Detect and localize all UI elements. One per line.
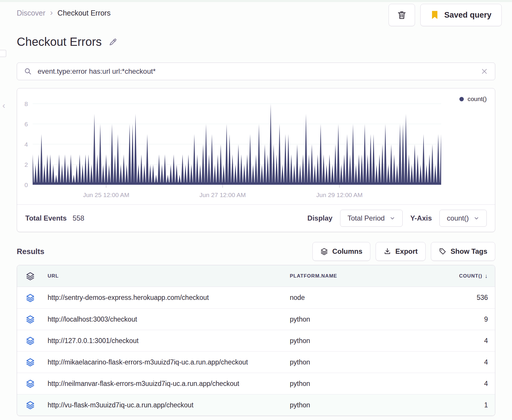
- svg-text:8: 8: [24, 100, 28, 107]
- cell-platform: python: [290, 401, 430, 409]
- total-events-label: Total Events: [25, 214, 67, 222]
- columns-button-label: Columns: [332, 247, 362, 256]
- legend-series-label: count(): [468, 95, 487, 103]
- cell-platform: python: [290, 380, 430, 388]
- chart-controls: Display Total Period Y-Axis count(): [307, 210, 487, 227]
- bookmark-icon: [431, 10, 439, 20]
- svg-text:Jun 27 12:00 AM: Jun 27 12:00 AM: [200, 191, 246, 198]
- stack-icon[interactable]: [26, 358, 35, 367]
- layers-icon: [320, 248, 328, 255]
- cell-count: 4: [430, 358, 488, 366]
- chevron-down-icon: [473, 215, 479, 221]
- columns-button[interactable]: Columns: [312, 242, 370, 261]
- cell-url[interactable]: http://neilmanvar-flask-errors-m3uuizd7i…: [48, 380, 290, 388]
- display-dropdown[interactable]: Total Period: [340, 210, 403, 227]
- delete-query-button[interactable]: [389, 4, 415, 26]
- sidebar-collapse-tab[interactable]: [0, 50, 6, 57]
- cell-count: 1: [430, 401, 488, 409]
- table-row[interactable]: http://127.0.0.1:3001/checkoutpython4: [17, 330, 495, 351]
- export-button-label: Export: [395, 247, 418, 256]
- export-button[interactable]: Export: [376, 242, 426, 261]
- chart-footer: Total Events 558 Display Total Period Y-…: [17, 204, 495, 232]
- column-header-count[interactable]: COUNT() ↓: [430, 273, 488, 279]
- chevron-down-icon: [389, 215, 395, 221]
- cell-platform: python: [290, 337, 430, 345]
- events-area-chart: 02468Jun 25 12:00 AMJun 27 12:00 AMJun 2…: [17, 88, 496, 205]
- cell-count: 536: [430, 294, 488, 302]
- table-row[interactable]: http://neilmanvar-flask-errors-m3uuizd7i…: [17, 373, 495, 394]
- search-icon: [24, 68, 32, 75]
- top-strip: [0, 0, 512, 2]
- svg-text:0: 0: [24, 182, 28, 188]
- stack-icon[interactable]: [26, 401, 35, 409]
- svg-text:Jun 29 12:00 AM: Jun 29 12:00 AM: [316, 191, 363, 198]
- column-header-platform[interactable]: PLATFORM.NAME: [290, 273, 430, 279]
- cell-url[interactable]: http://localhost:3003/checkout: [48, 315, 290, 323]
- header-actions: Saved query: [389, 4, 502, 26]
- breadcrumb-discover-link[interactable]: Discover: [17, 9, 45, 17]
- page-title-row: Checkout Errors: [17, 35, 118, 48]
- table-body: http://sentry-demos-express.herokuapp.co…: [17, 287, 495, 416]
- cell-count: 4: [430, 337, 488, 345]
- breadcrumb: Discover › Checkout Errors: [17, 9, 111, 17]
- table-header-row: URL PLATFORM.NAME COUNT() ↓: [17, 265, 495, 287]
- cell-count: 4: [430, 380, 488, 388]
- svg-text:Jun 25 12:00 AM: Jun 25 12:00 AM: [83, 191, 129, 198]
- tag-icon: [439, 248, 446, 255]
- page-title: Checkout Errors: [17, 35, 102, 48]
- cell-platform: python: [290, 358, 430, 366]
- show-tags-button-label: Show Tags: [451, 247, 487, 256]
- table-row[interactable]: http://localhost:3003/checkoutpython9: [17, 308, 495, 330]
- download-icon: [384, 248, 391, 255]
- stack-icon[interactable]: [26, 336, 35, 345]
- results-heading: Results: [17, 247, 44, 256]
- table-row[interactable]: http://vu-flask-m3uuizd7iq-uc.a.run.app/…: [17, 394, 495, 416]
- stack-icon[interactable]: [26, 379, 35, 388]
- cell-platform: python: [290, 315, 430, 323]
- chart-legend[interactable]: count(): [459, 95, 487, 103]
- yaxis-dropdown-value: count(): [447, 214, 469, 222]
- stack-icon[interactable]: [26, 272, 35, 280]
- saved-query-button[interactable]: Saved query: [420, 4, 502, 26]
- sort-desc-icon: ↓: [485, 273, 488, 279]
- clear-search-icon[interactable]: [481, 68, 488, 75]
- stack-icon[interactable]: [26, 293, 35, 302]
- results-toolbar: Columns Export Show Tags: [312, 242, 495, 261]
- cell-url[interactable]: http://mikaelacarino-flask-errors-m3uuiz…: [48, 358, 290, 366]
- show-tags-button[interactable]: Show Tags: [431, 242, 495, 261]
- edit-title-pencil-icon[interactable]: [108, 37, 118, 47]
- trash-icon: [397, 10, 407, 20]
- svg-text:4: 4: [24, 141, 28, 148]
- results-header-row: Results Columns Export Show Tags: [17, 242, 495, 261]
- cell-platform: node: [290, 294, 430, 302]
- events-chart-panel: count() 02468Jun 25 12:00 AMJun 27 12:00…: [17, 88, 495, 232]
- display-label: Display: [307, 214, 332, 222]
- column-header-url[interactable]: URL: [48, 273, 290, 279]
- legend-dot-icon: [459, 97, 464, 101]
- breadcrumb-current: Checkout Errors: [58, 9, 111, 17]
- cell-url[interactable]: http://sentry-demos-express.herokuapp.co…: [48, 294, 290, 302]
- display-dropdown-value: Total Period: [347, 214, 385, 222]
- chevron-right-icon: ›: [50, 9, 53, 17]
- table-row[interactable]: http://sentry-demos-express.herokuapp.co…: [17, 287, 495, 308]
- cell-count: 9: [430, 315, 488, 323]
- yaxis-label: Y-Axis: [410, 214, 432, 222]
- stack-icon[interactable]: [26, 315, 35, 324]
- table-row[interactable]: http://mikaelacarino-flask-errors-m3uuiz…: [17, 351, 495, 373]
- results-table: URL PLATFORM.NAME COUNT() ↓ http://sentr…: [17, 265, 495, 416]
- total-events-value: 558: [73, 214, 84, 222]
- search-bar: [17, 63, 495, 80]
- svg-text:6: 6: [24, 121, 28, 127]
- svg-text:2: 2: [24, 161, 28, 168]
- cell-url[interactable]: http://vu-flask-m3uuizd7iq-uc.a.run.app/…: [48, 401, 290, 409]
- collapse-grip-icon[interactable]: ‹: [2, 100, 5, 110]
- saved-query-label: Saved query: [444, 11, 491, 20]
- cell-url[interactable]: http://127.0.0.1:3001/checkout: [48, 337, 290, 345]
- yaxis-dropdown[interactable]: count(): [439, 210, 487, 227]
- search-input[interactable]: [38, 67, 475, 75]
